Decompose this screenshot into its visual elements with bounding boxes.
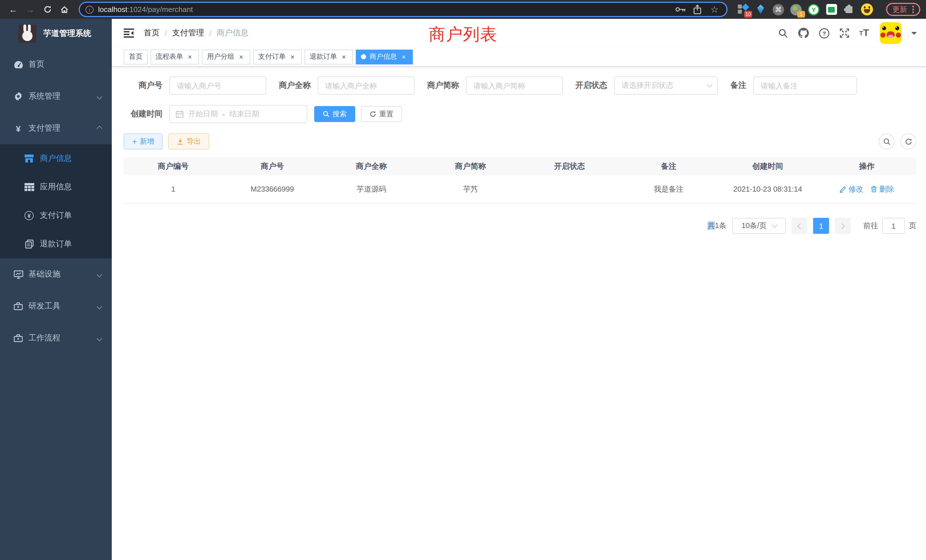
extension-kite-icon[interactable]	[754, 3, 767, 16]
cell-full-name: 芋道源码	[322, 184, 421, 194]
font-size-icon[interactable]: TT	[859, 27, 869, 39]
add-button[interactable]: + 新增	[124, 133, 162, 150]
search-icon	[323, 110, 330, 118]
plus-icon: +	[132, 137, 137, 146]
extension-y-icon[interactable]: Y	[807, 3, 820, 16]
tab-merchant-info[interactable]: 商户信息×	[356, 49, 413, 64]
home-icon	[60, 5, 69, 14]
tab-pay-order[interactable]: 支付订单×	[253, 49, 302, 64]
edit-link[interactable]: 修改	[839, 184, 863, 194]
sidebar-item-workflow[interactable]: 工作流程	[0, 322, 112, 354]
tab-home[interactable]: 首页	[124, 49, 148, 64]
remark-input[interactable]	[753, 76, 857, 95]
sidebar-item-merchant-info[interactable]: 商户信息	[0, 144, 112, 173]
goto-page-input[interactable]	[882, 218, 905, 234]
extension-blocks-icon[interactable]: 10	[737, 3, 749, 16]
close-icon[interactable]: ×	[237, 53, 245, 61]
user-avatar[interactable]	[880, 22, 902, 44]
browser-home-button[interactable]	[57, 2, 72, 17]
fullscreen-icon[interactable]	[839, 28, 850, 38]
extension-chat-icon[interactable]	[825, 3, 838, 16]
header-search-icon[interactable]	[778, 28, 788, 38]
merchant-table: 商户编号 商户号 商户全称 商户简称 开启状态 备注 创建时间 操作 1 M23…	[124, 157, 916, 204]
sidebar-item-app-info[interactable]: 应用信息	[0, 173, 112, 201]
close-icon[interactable]: ×	[289, 53, 297, 61]
toolbox-icon	[11, 334, 25, 342]
bookmark-star-icon[interactable]: ☆	[708, 4, 721, 15]
refresh-icon	[905, 138, 912, 145]
sidebar-item-label: 系统管理	[29, 91, 61, 101]
url-text: localhost:1024/pay/merchant	[98, 5, 193, 14]
table-row: 1 M233666999 芋道源码 芋艿 我是备注 2021-10-23 08:…	[124, 175, 916, 204]
prev-page-button[interactable]	[791, 218, 807, 234]
delete-link[interactable]: 删除	[870, 184, 894, 194]
extension-badge: 1	[797, 11, 805, 17]
close-icon[interactable]: ×	[186, 53, 194, 61]
sidebar-item-system[interactable]: 系统管理	[0, 80, 112, 112]
status-select[interactable]: 请选择开启状态	[614, 76, 718, 95]
github-icon[interactable]	[798, 27, 809, 39]
share-icon[interactable]	[691, 5, 704, 14]
col-merchant-no: 商户号	[223, 161, 322, 171]
breadcrumb-home[interactable]: 首页	[144, 28, 160, 38]
pencil-icon	[839, 185, 847, 193]
page-1-button[interactable]: 1	[813, 218, 829, 234]
sidebar-item-pay-order[interactable]: ¥ 支付订单	[0, 201, 112, 230]
sidebar-item-label: 商户信息	[40, 153, 72, 163]
chevron-down-icon	[97, 303, 102, 309]
address-bar[interactable]: i localhost:1024/pay/merchant ☆	[79, 2, 728, 17]
sidebar-item-home[interactable]: 首页	[0, 48, 112, 80]
extensions-area: 10 ⌘ 1 Y	[737, 3, 873, 16]
created-date-range[interactable]: 开始日期 - 结束日期	[169, 105, 307, 123]
goto-label: 前往	[863, 221, 878, 231]
sidebar-collapse-button[interactable]	[124, 29, 134, 38]
full-name-input[interactable]	[318, 76, 415, 95]
document-icon	[23, 239, 35, 249]
breadcrumb-payment[interactable]: 支付管理	[172, 28, 204, 38]
sidebar-item-payment[interactable]: ¥ 支付管理	[0, 112, 112, 144]
full-name-label: 商户全称	[279, 80, 311, 91]
close-icon[interactable]: ×	[400, 53, 408, 61]
page-info-icon[interactable]: i	[86, 5, 94, 14]
rabbit-logo-image	[18, 24, 36, 43]
yen-circle-icon: ¥	[23, 211, 35, 220]
col-full-name: 商户全称	[322, 161, 421, 171]
cell-short-name: 芋艿	[421, 184, 520, 194]
sidebar-item-dev-tools[interactable]: 研发工具	[0, 290, 112, 322]
sidebar-item-infrastructure[interactable]: 基础设施	[0, 258, 112, 290]
reset-button[interactable]: 重置	[361, 106, 402, 122]
chevron-down-icon	[707, 82, 713, 88]
browser-forward-button[interactable]: →	[23, 2, 38, 17]
sidebar: 芋道管理系统 首页 系统管理 ¥ 支付管理	[0, 19, 112, 560]
avatar-caret-down-icon[interactable]	[911, 32, 917, 37]
tab-process-form[interactable]: 流程表单×	[151, 49, 199, 64]
table-header-row: 商户编号 商户号 商户全称 商户简称 开启状态 备注 创建时间 操作	[124, 157, 916, 175]
tab-user-group[interactable]: 用户分组×	[202, 49, 250, 64]
chrome-update-button[interactable]: 更新	[886, 3, 920, 16]
short-name-input[interactable]	[466, 76, 563, 95]
close-icon[interactable]: ×	[340, 53, 348, 61]
merchant-no-input[interactable]	[169, 76, 266, 95]
chevron-down-icon	[97, 335, 102, 341]
browser-profile-avatar[interactable]	[861, 3, 873, 16]
browser-menu-icon[interactable]	[912, 6, 914, 13]
sidebar-item-refund-order[interactable]: 退款订单	[0, 230, 112, 258]
sidebar-item-label: 支付订单	[40, 210, 72, 221]
page-size-select[interactable]: 10条/页	[732, 218, 786, 234]
app-logo[interactable]: 芋道管理系统	[0, 19, 112, 48]
chevron-down-icon	[772, 222, 777, 228]
refresh-table-button[interactable]	[900, 133, 916, 150]
tab-refund-order[interactable]: 退款订单×	[304, 49, 353, 64]
next-page-button[interactable]	[835, 218, 851, 234]
dashboard-icon	[11, 60, 25, 69]
browser-back-button[interactable]: ←	[6, 2, 21, 17]
extension-recorder-icon[interactable]: 1	[790, 3, 802, 16]
extension-command-icon[interactable]: ⌘	[772, 3, 785, 16]
search-button[interactable]: 搜索	[314, 106, 355, 122]
show-search-toggle-button[interactable]	[879, 133, 895, 150]
export-button[interactable]: 导出	[168, 133, 209, 150]
browser-reload-button[interactable]	[40, 2, 55, 17]
help-icon[interactable]: ?	[819, 28, 830, 38]
extensions-puzzle-icon[interactable]	[843, 3, 855, 16]
password-key-icon[interactable]	[674, 6, 687, 12]
